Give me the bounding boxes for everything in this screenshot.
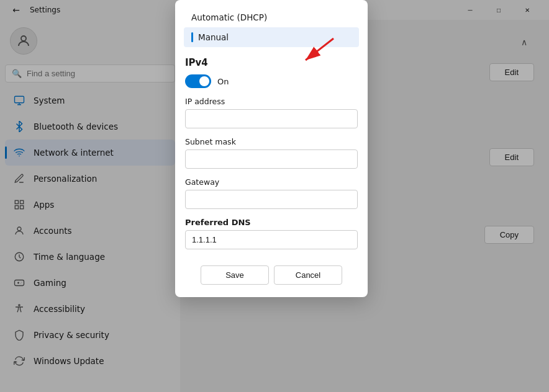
ip-address-input[interactable]: [185, 109, 358, 128]
preferred-dns-field-group: Preferred DNS: [185, 218, 358, 249]
preferred-dns-input[interactable]: [185, 230, 358, 249]
save-button[interactable]: Save: [201, 265, 269, 285]
gateway-label: Gateway: [185, 177, 358, 187]
settings-window: ← Settings ─ □ ✕ 🔍: [0, 0, 549, 392]
dropdown-section: Automatic (DHCP) Manual: [175, 0, 368, 52]
modal-footer: Save Cancel: [175, 258, 368, 287]
subnet-mask-label: Subnet mask: [185, 137, 358, 146]
ipv4-title: IPv4: [185, 52, 358, 74]
toggle-label: On: [217, 77, 229, 86]
ip-address-field-group: IP address: [185, 97, 358, 128]
ip-address-label: IP address: [185, 97, 358, 106]
subnet-mask-field-group: Subnet mask: [185, 137, 358, 169]
subnet-mask-input[interactable]: [185, 149, 358, 169]
ipv4-toggle[interactable]: [185, 74, 211, 88]
preferred-dns-label: Preferred DNS: [185, 218, 358, 227]
cancel-button[interactable]: Cancel: [274, 265, 342, 285]
toggle-row: On: [185, 74, 358, 88]
gateway-input[interactable]: [185, 190, 358, 209]
dropdown-option-dhcp[interactable]: Automatic (DHCP): [184, 7, 359, 27]
ipv4-section: IPv4 On IP address Subnet mask Gateway: [175, 52, 368, 249]
modal-dialog: Automatic (DHCP) Manual IPv4: [175, 0, 368, 297]
gateway-field-group: Gateway: [185, 177, 358, 209]
dropdown-option-manual[interactable]: Manual: [184, 27, 359, 47]
